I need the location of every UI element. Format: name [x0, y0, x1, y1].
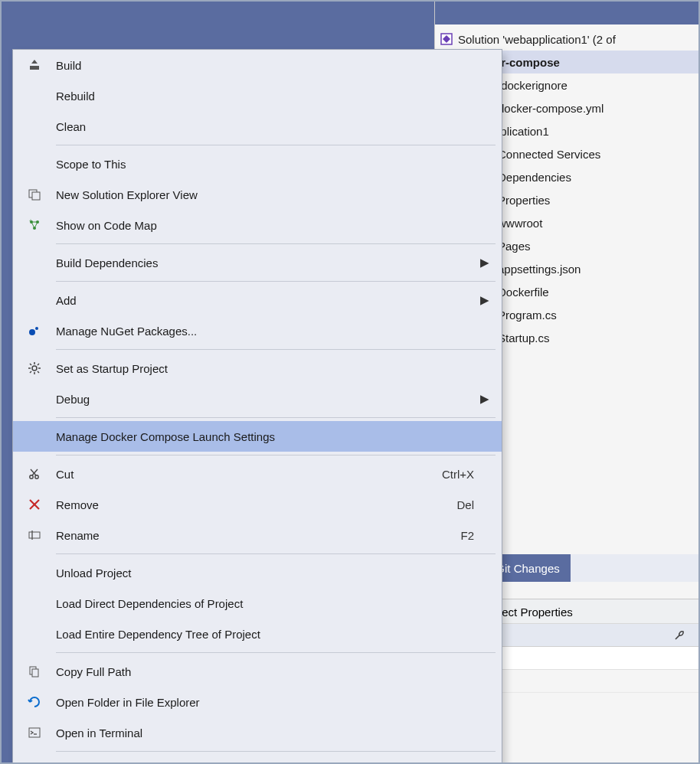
submenu-arrow-icon: ▶ — [474, 256, 489, 269]
menu-item[interactable]: RemoveDel — [13, 489, 502, 520]
menu-item-label: Remove — [56, 498, 447, 511]
menu-item-label: Show on Code Map — [56, 219, 474, 232]
svg-point-10 — [32, 366, 37, 371]
menu-item-label: Build — [56, 59, 474, 72]
svg-rect-28 — [32, 669, 38, 677]
menu-item-label: Manage Docker Compose Launch Settings — [56, 430, 474, 443]
menu-item[interactable]: +Show on Code Map — [13, 210, 502, 240]
menu-item-label: Debug — [56, 393, 474, 406]
remove-icon — [13, 498, 56, 511]
menu-separator — [56, 553, 496, 554]
menu-item-label: New Solution Explorer View — [56, 188, 474, 201]
menu-item[interactable]: Open Folder in File Explorer — [13, 687, 502, 717]
menu-item[interactable]: Debug▶ — [13, 384, 502, 414]
solution-root-label: Solution 'webapplication1' (2 of — [458, 33, 616, 46]
context-menu: BuildRebuildCleanScope to ThisNew Soluti… — [12, 49, 502, 764]
rename-icon — [13, 528, 56, 542]
menu-item[interactable]: Manage Docker Compose Launch Settings — [13, 421, 502, 452]
nuget-icon — [13, 324, 56, 338]
wrench-icon[interactable] — [672, 629, 686, 642]
menu-separator — [56, 751, 496, 752]
menu-item[interactable]: Scope to This — [13, 149, 502, 179]
menu-item[interactable]: PropertiesAlt+Enter — [13, 755, 502, 764]
tree-item-label: Program.cs — [498, 309, 557, 322]
menu-item[interactable]: Copy Full Path — [13, 656, 502, 687]
menu-item-label: Add — [56, 294, 474, 307]
menu-item[interactable]: Build — [13, 50, 502, 80]
tree-item-label: Properties — [498, 194, 550, 207]
svg-point-19 — [30, 475, 33, 478]
tree-item-label: Startup.cs — [498, 331, 550, 344]
menu-item-label: Set as Startup Project — [56, 362, 474, 375]
menu-item[interactable]: Add▶ — [13, 285, 502, 315]
menu-item[interactable]: Open in Terminal — [13, 717, 502, 748]
svg-line-18 — [38, 364, 39, 365]
menu-item-label: Rebuild — [56, 90, 474, 103]
terminal-icon — [13, 726, 56, 740]
menu-item-label: Build Dependencies — [56, 256, 474, 269]
menu-separator — [56, 243, 496, 244]
menu-item-label: Load Entire Dependency Tree of Project — [56, 628, 474, 641]
menu-item-shortcut: Ctrl+X — [433, 468, 474, 481]
menu-item[interactable]: New Solution Explorer View — [13, 179, 502, 210]
panel-titlebar — [435, 2, 698, 24]
menu-item-label: Scope to This — [56, 158, 474, 171]
codemap-icon: + — [13, 218, 56, 232]
menu-item[interactable]: Load Entire Dependency Tree of Project — [13, 619, 502, 649]
tree-item-label: appsettings.json — [498, 263, 581, 276]
svg-rect-29 — [29, 728, 40, 737]
svg-rect-25 — [29, 532, 40, 538]
svg-rect-3 — [32, 192, 40, 200]
menu-item[interactable]: Build Dependencies▶ — [13, 247, 502, 278]
open-folder-icon — [13, 695, 56, 709]
svg-point-20 — [35, 475, 38, 478]
copy-icon — [13, 664, 56, 678]
menu-item[interactable]: Unload Project — [13, 557, 502, 588]
submenu-arrow-icon: ▶ — [474, 293, 489, 307]
menu-item[interactable]: RenameF2 — [13, 520, 502, 550]
menu-separator — [56, 349, 496, 350]
svg-point-8 — [29, 329, 35, 335]
menu-item[interactable]: CutCtrl+X — [13, 459, 502, 489]
svg-rect-1 — [30, 66, 39, 70]
menu-item-shortcut: F2 — [451, 529, 474, 542]
menu-item-shortcut: Del — [447, 498, 474, 511]
menu-item-label: Unload Project — [56, 566, 474, 580]
menu-separator — [56, 455, 496, 455]
menu-item[interactable]: Clean — [13, 111, 502, 142]
menu-item-label: Cut — [56, 468, 433, 481]
tree-item-label: .dockerignore — [498, 79, 568, 92]
menu-item-label: Open Folder in File Explorer — [56, 696, 474, 709]
menu-separator — [56, 652, 496, 653]
menu-separator — [56, 417, 496, 418]
menu-item-label: Copy Full Path — [56, 665, 474, 678]
menu-item[interactable]: Rebuild — [13, 80, 502, 111]
tree-item-label: Dockerfile — [498, 286, 549, 299]
menu-item-label: Open in Terminal — [56, 726, 474, 740]
menu-separator — [56, 281, 496, 282]
gear-icon — [13, 361, 56, 375]
cut-icon — [13, 467, 56, 481]
tree-item-label: Connected Services — [498, 148, 600, 161]
tree-item-label: Dependencies — [498, 171, 571, 184]
build-icon — [13, 58, 56, 72]
tree-item-label: Pages — [498, 240, 531, 253]
svg-point-9 — [35, 327, 38, 330]
menu-item-label: Rename — [56, 529, 451, 542]
menu-item[interactable]: Manage NuGet Packages... — [13, 315, 502, 346]
svg-text:+: + — [29, 218, 32, 224]
svg-line-16 — [38, 371, 39, 373]
menu-item[interactable]: Load Direct Dependencies of Project — [13, 588, 502, 619]
submenu-arrow-icon: ▶ — [474, 392, 489, 406]
solution-root[interactable]: Solution 'webapplication1' (2 of — [435, 28, 698, 51]
svg-line-15 — [30, 364, 31, 365]
menu-item[interactable]: Set as Startup Project — [13, 353, 502, 384]
tree-item-label: wwwroot — [498, 217, 542, 230]
tree-item-label: docker-compose.yml — [498, 102, 604, 115]
menu-item-label: Clean — [56, 120, 474, 133]
new-view-icon — [13, 188, 56, 201]
menu-item-label: Load Direct Dependencies of Project — [56, 597, 474, 610]
svg-line-17 — [30, 371, 31, 373]
vs-solution-icon — [440, 32, 453, 46]
menu-separator — [56, 145, 496, 145]
